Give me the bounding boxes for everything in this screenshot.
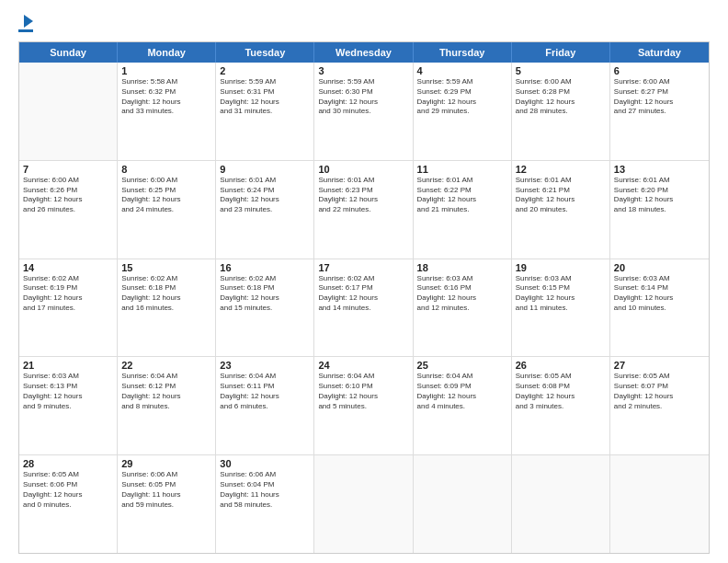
cell-info: Sunrise: 6:04 AMSunset: 6:10 PMDaylight:… (318, 372, 408, 411)
calendar-cell-day-24: 24Sunrise: 6:04 AMSunset: 6:10 PMDayligh… (314, 357, 413, 454)
calendar-body: 1Sunrise: 5:58 AMSunset: 6:32 PMDaylight… (19, 63, 709, 553)
cell-info: Sunrise: 6:05 AMSunset: 6:08 PMDaylight:… (516, 372, 606, 411)
calendar-cell-empty (414, 455, 512, 553)
day-number: 20 (614, 262, 705, 273)
cell-info: Sunrise: 6:01 AMSunset: 6:20 PMDaylight:… (614, 176, 705, 215)
calendar-cell-day-1: 1Sunrise: 5:58 AMSunset: 6:32 PMDaylight… (118, 63, 216, 160)
calendar-cell-day-9: 9Sunrise: 6:01 AMSunset: 6:24 PMDaylight… (216, 161, 314, 259)
calendar-header: SundayMondayTuesdayWednesdayThursdayFrid… (19, 42, 709, 63)
day-number: 8 (121, 164, 211, 175)
calendar-cell-day-4: 4Sunrise: 5:59 AMSunset: 6:29 PMDaylight… (414, 63, 512, 160)
day-number: 18 (417, 262, 507, 273)
calendar-cell-empty (512, 455, 610, 553)
cell-info: Sunrise: 6:00 AMSunset: 6:27 PMDaylight:… (614, 77, 705, 117)
day-number: 30 (220, 458, 310, 469)
cell-info: Sunrise: 5:59 AMSunset: 6:31 PMDaylight:… (220, 77, 310, 117)
day-number: 4 (417, 65, 507, 76)
calendar-row-1: 7Sunrise: 6:00 AMSunset: 6:26 PMDaylight… (19, 161, 709, 259)
cell-info: Sunrise: 6:04 AMSunset: 6:12 PMDaylight:… (121, 372, 211, 411)
calendar: SundayMondayTuesdayWednesdayThursdayFrid… (18, 41, 710, 554)
cell-info: Sunrise: 5:59 AMSunset: 6:29 PMDaylight:… (417, 77, 507, 117)
day-number: 1 (121, 65, 211, 76)
day-number: 17 (318, 262, 408, 273)
calendar-cell-day-17: 17Sunrise: 6:02 AMSunset: 6:17 PMDayligh… (314, 259, 413, 357)
cell-info: Sunrise: 6:03 AMSunset: 6:16 PMDaylight:… (417, 274, 507, 314)
calendar-cell-empty (19, 63, 118, 160)
calendar-cell-day-11: 11Sunrise: 6:01 AMSunset: 6:22 PMDayligh… (414, 161, 512, 259)
header-day-sunday: Sunday (19, 42, 118, 63)
day-number: 12 (516, 164, 606, 175)
day-number: 24 (318, 360, 408, 371)
day-number: 19 (516, 262, 606, 273)
day-number: 28 (23, 458, 113, 469)
calendar-cell-day-20: 20Sunrise: 6:03 AMSunset: 6:14 PMDayligh… (610, 259, 709, 357)
day-number: 15 (121, 262, 211, 273)
calendar-cell-day-29: 29Sunrise: 6:06 AMSunset: 6:05 PMDayligh… (118, 455, 216, 553)
cell-info: Sunrise: 6:01 AMSunset: 6:24 PMDaylight:… (220, 176, 310, 215)
day-number: 13 (614, 164, 705, 175)
cell-info: Sunrise: 6:03 AMSunset: 6:13 PMDaylight:… (23, 372, 113, 411)
calendar-cell-day-22: 22Sunrise: 6:04 AMSunset: 6:12 PMDayligh… (118, 357, 216, 454)
cell-info: Sunrise: 5:59 AMSunset: 6:30 PMDaylight:… (318, 77, 408, 117)
cell-info: Sunrise: 6:00 AMSunset: 6:25 PMDaylight:… (121, 176, 211, 215)
cell-info: Sunrise: 6:05 AMSunset: 6:07 PMDaylight:… (614, 372, 705, 411)
header (18, 17, 710, 32)
calendar-cell-day-21: 21Sunrise: 6:03 AMSunset: 6:13 PMDayligh… (19, 357, 118, 454)
calendar-cell-day-26: 26Sunrise: 6:05 AMSunset: 6:08 PMDayligh… (512, 357, 610, 454)
cell-info: Sunrise: 6:00 AMSunset: 6:28 PMDaylight:… (516, 77, 606, 117)
calendar-cell-day-5: 5Sunrise: 6:00 AMSunset: 6:28 PMDaylight… (512, 63, 610, 160)
header-day-monday: Monday (118, 42, 216, 63)
calendar-cell-day-15: 15Sunrise: 6:02 AMSunset: 6:18 PMDayligh… (118, 259, 216, 357)
calendar-row-2: 14Sunrise: 6:02 AMSunset: 6:19 PMDayligh… (19, 259, 709, 358)
calendar-cell-empty (610, 455, 709, 553)
calendar-cell-day-19: 19Sunrise: 6:03 AMSunset: 6:15 PMDayligh… (512, 259, 610, 357)
calendar-cell-day-10: 10Sunrise: 6:01 AMSunset: 6:23 PMDayligh… (314, 161, 413, 259)
cell-info: Sunrise: 6:01 AMSunset: 6:23 PMDaylight:… (318, 176, 408, 215)
day-number: 29 (121, 458, 211, 469)
cell-info: Sunrise: 6:03 AMSunset: 6:14 PMDaylight:… (614, 274, 705, 314)
cell-info: Sunrise: 6:06 AMSunset: 6:04 PMDaylight:… (220, 470, 310, 510)
cell-info: Sunrise: 6:02 AMSunset: 6:18 PMDaylight:… (220, 274, 310, 314)
day-number: 9 (220, 164, 310, 175)
cell-info: Sunrise: 6:04 AMSunset: 6:09 PMDaylight:… (417, 372, 507, 411)
calendar-cell-day-23: 23Sunrise: 6:04 AMSunset: 6:11 PMDayligh… (216, 357, 314, 454)
calendar-row-0: 1Sunrise: 5:58 AMSunset: 6:32 PMDaylight… (19, 63, 709, 161)
calendar-cell-day-27: 27Sunrise: 6:05 AMSunset: 6:07 PMDayligh… (610, 357, 709, 454)
calendar-row-3: 21Sunrise: 6:03 AMSunset: 6:13 PMDayligh… (19, 357, 709, 455)
calendar-cell-day-13: 13Sunrise: 6:01 AMSunset: 6:20 PMDayligh… (610, 161, 709, 259)
cell-info: Sunrise: 6:02 AMSunset: 6:18 PMDaylight:… (121, 274, 211, 314)
calendar-cell-day-18: 18Sunrise: 6:03 AMSunset: 6:16 PMDayligh… (414, 259, 512, 357)
cell-info: Sunrise: 5:58 AMSunset: 6:32 PMDaylight:… (121, 77, 211, 117)
calendar-cell-day-28: 28Sunrise: 6:05 AMSunset: 6:06 PMDayligh… (19, 455, 118, 553)
page: SundayMondayTuesdayWednesdayThursdayFrid… (0, 0, 728, 563)
calendar-cell-day-25: 25Sunrise: 6:04 AMSunset: 6:09 PMDayligh… (414, 357, 512, 454)
day-number: 27 (614, 360, 705, 371)
header-day-saturday: Saturday (610, 42, 709, 63)
calendar-row-4: 28Sunrise: 6:05 AMSunset: 6:06 PMDayligh… (19, 455, 709, 553)
header-day-tuesday: Tuesday (216, 42, 314, 63)
day-number: 16 (220, 262, 310, 273)
calendar-cell-day-6: 6Sunrise: 6:00 AMSunset: 6:27 PMDaylight… (610, 63, 709, 160)
header-day-wednesday: Wednesday (314, 42, 413, 63)
cell-info: Sunrise: 6:03 AMSunset: 6:15 PMDaylight:… (516, 274, 606, 314)
calendar-cell-day-16: 16Sunrise: 6:02 AMSunset: 6:18 PMDayligh… (216, 259, 314, 357)
calendar-cell-day-8: 8Sunrise: 6:00 AMSunset: 6:25 PMDaylight… (118, 161, 216, 259)
header-day-thursday: Thursday (414, 42, 512, 63)
calendar-cell-day-12: 12Sunrise: 6:01 AMSunset: 6:21 PMDayligh… (512, 161, 610, 259)
calendar-cell-day-30: 30Sunrise: 6:06 AMSunset: 6:04 PMDayligh… (216, 455, 314, 553)
day-number: 3 (318, 65, 408, 76)
day-number: 26 (516, 360, 606, 371)
day-number: 11 (417, 164, 507, 175)
header-day-friday: Friday (512, 42, 610, 63)
day-number: 21 (23, 360, 113, 371)
day-number: 14 (23, 262, 113, 273)
calendar-cell-day-3: 3Sunrise: 5:59 AMSunset: 6:30 PMDaylight… (314, 63, 413, 160)
day-number: 25 (417, 360, 507, 371)
cell-info: Sunrise: 6:02 AMSunset: 6:19 PMDaylight:… (23, 274, 113, 314)
day-number: 6 (614, 65, 705, 76)
cell-info: Sunrise: 6:00 AMSunset: 6:26 PMDaylight:… (23, 176, 113, 215)
logo (18, 17, 33, 32)
logo-underline (18, 29, 33, 32)
cell-info: Sunrise: 6:01 AMSunset: 6:21 PMDaylight:… (516, 176, 606, 215)
day-number: 5 (516, 65, 606, 76)
